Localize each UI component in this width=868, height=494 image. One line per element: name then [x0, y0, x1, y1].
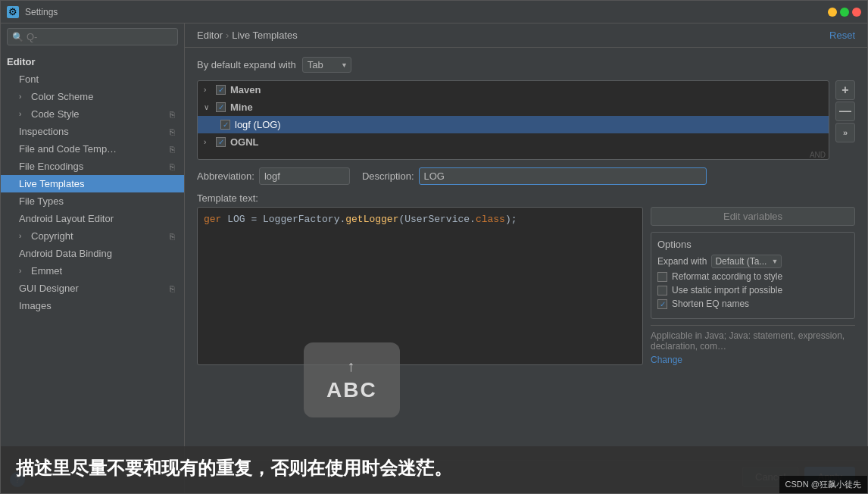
copy-icon5: ⎘: [170, 232, 175, 241]
chevron-right-icon3: ›: [19, 232, 27, 240]
sidebar-item-file-code-temp[interactable]: File and Code Temp… ⎘: [1, 140, 184, 158]
expand-row: By default expand with Tab Enter Space: [197, 57, 855, 73]
more-button[interactable]: »: [835, 123, 855, 142]
fields-row: Abbreviation: Description:: [197, 167, 855, 185]
expand-with-select[interactable]: Default (Ta... Tab Enter: [711, 255, 782, 268]
sidebar-item-font[interactable]: Font: [1, 70, 184, 88]
checkbox-logf[interactable]: [220, 120, 230, 130]
template-group-mine: ∨ Mine logf (LOG): [198, 98, 829, 133]
description-label: Description:: [362, 170, 414, 182]
expand-select[interactable]: Tab Enter Space: [302, 57, 351, 73]
template-group-maven: › Maven: [198, 81, 829, 98]
chevron-right-icon2: ›: [19, 110, 27, 118]
copy-icon3: ⎘: [170, 145, 175, 154]
applicable-row: Applicable in Java; Java: statement, exp…: [651, 325, 855, 365]
description-input[interactable]: [419, 167, 707, 185]
sidebar-item-copyright[interactable]: › Copyright ⎘: [1, 227, 184, 245]
expand-with-select-wrapper[interactable]: Default (Ta... Tab Enter: [711, 255, 782, 268]
search-input[interactable]: [27, 31, 173, 42]
sidebar-item-live-templates[interactable]: Live Templates: [1, 175, 184, 192]
window-title: Settings: [25, 7, 58, 17]
sidebar-item-gui-designer[interactable]: GUI Designer ⎘: [1, 280, 184, 297]
abbreviation-input[interactable]: [259, 167, 350, 185]
breadcrumb-bar: Editor › Live Templates Reset: [185, 23, 867, 48]
template-group-header-ognl[interactable]: › OGNL: [198, 133, 829, 151]
emmet-label: Emmet: [31, 265, 62, 277]
gui-designer-label: GUI Designer: [19, 283, 79, 294]
template-group-header-maven[interactable]: › Maven: [198, 81, 829, 98]
logf-label: logf (LOG): [235, 119, 281, 130]
remove-template-button[interactable]: —: [835, 102, 855, 121]
search-box[interactable]: 🔍: [7, 28, 178, 45]
reformat-label: Reformat according to style: [672, 271, 782, 282]
sidebar-item-android-layout[interactable]: Android Layout Editor: [1, 210, 184, 227]
template-main: ger LOG = LoggerFactory.getLogger(UserSe…: [197, 207, 855, 365]
breadcrumb-current: Live Templates: [232, 30, 297, 41]
breadcrumb-separator: ›: [226, 30, 229, 41]
sidebar-item-file-types[interactable]: File Types: [1, 192, 184, 210]
expand-select-wrapper[interactable]: Tab Enter Space: [302, 57, 351, 73]
minimize-btn[interactable]: [828, 8, 837, 17]
sidebar-item-emmet[interactable]: › Emmet: [1, 262, 184, 280]
overlay-tooltip: 描述里尽量不要和现有的重复，否则在使用时会迷茫。: [1, 446, 868, 493]
chevron-right-icon4: ›: [19, 267, 27, 275]
maximize-btn[interactable]: [840, 8, 849, 17]
edit-variables-button: Edit variables: [651, 207, 855, 226]
mine-group-name: Mine: [230, 102, 253, 113]
expand-label: By default expand with: [197, 59, 296, 70]
reformat-row: Reformat according to style: [657, 271, 848, 282]
abc-arrow: ↑: [347, 358, 356, 375]
add-template-button[interactable]: +: [835, 80, 855, 100]
sidebar-item-code-style[interactable]: › Code Style ⎘: [1, 105, 184, 123]
and-divider: AND: [198, 151, 829, 159]
code-area[interactable]: ger LOG = LoggerFactory.getLogger(UserSe…: [197, 207, 643, 365]
reformat-checkbox[interactable]: [657, 272, 667, 282]
maven-group-name: Maven: [230, 84, 261, 95]
shorten-eq-row: Shorten EQ names: [657, 299, 848, 309]
sidebar-item-images[interactable]: Images: [1, 297, 184, 314]
static-import-label: Use static import if possible: [672, 285, 782, 295]
sidebar-item-color-scheme[interactable]: › Color Scheme: [1, 88, 184, 105]
static-import-row: Use static import if possible: [657, 285, 848, 295]
template-group-ognl: › OGNL: [198, 133, 829, 151]
shorten-eq-checkbox[interactable]: [657, 299, 667, 309]
options-title: Options: [657, 239, 848, 250]
live-templates-label: Live Templates: [19, 178, 84, 189]
sidebar-item-file-encodings[interactable]: File Encodings ⎘: [1, 158, 184, 175]
search-icon: 🔍: [12, 32, 23, 42]
main-panel: Editor › Live Templates Reset By default…: [185, 23, 867, 493]
copy-icon6: ⎘: [170, 284, 175, 293]
font-label: Font: [19, 73, 39, 85]
template-text-label: Template text:: [197, 192, 855, 204]
file-code-temp-label: File and Code Temp…: [19, 143, 117, 155]
change-link[interactable]: Change: [651, 355, 682, 365]
static-import-checkbox[interactable]: [657, 286, 667, 295]
overlay-text: 描述里尽量不要和现有的重复，否则在使用时会迷茫。: [16, 455, 854, 481]
chevron-ognl-icon: ›: [204, 138, 211, 146]
expand-with-row: Expand with Default (Ta... Tab Enter: [657, 255, 848, 268]
checkbox-mine[interactable]: [216, 102, 226, 112]
close-btn[interactable]: [852, 8, 861, 17]
sidebar-item-editor[interactable]: Editor: [1, 53, 184, 70]
code-style-label: Code Style: [31, 108, 80, 120]
reset-button[interactable]: Reset: [829, 30, 855, 41]
templates-container: › Maven ∨ Mine: [197, 80, 855, 160]
template-group-header-mine[interactable]: ∨ Mine: [198, 98, 829, 116]
panel-content: By default expand with Tab Enter Space: [185, 48, 867, 460]
title-bar: ⚙ Settings: [1, 1, 867, 23]
sidebar-item-inspections[interactable]: Inspections ⎘: [1, 123, 184, 140]
chevron-mine-icon: ∨: [204, 103, 211, 111]
android-layout-label: Android Layout Editor: [19, 213, 114, 224]
sidebar: 🔍 Editor Font › Color Scheme: [1, 23, 185, 493]
checkbox-ognl[interactable]: [216, 137, 226, 147]
chevron-right-icon: ›: [19, 92, 27, 101]
checkbox-maven[interactable]: [216, 85, 226, 95]
breadcrumb-parent: Editor: [197, 30, 223, 41]
copy-icon: ⎘: [170, 110, 175, 119]
window-controls: [828, 8, 861, 17]
template-item-logf[interactable]: logf (LOG): [198, 116, 829, 133]
sidebar-item-android-data[interactable]: Android Data Binding: [1, 245, 184, 262]
shorten-eq-label: Shorten EQ names: [672, 299, 749, 309]
expand-with-label: Expand with: [657, 256, 707, 267]
file-encodings-label: File Encodings: [19, 161, 83, 172]
